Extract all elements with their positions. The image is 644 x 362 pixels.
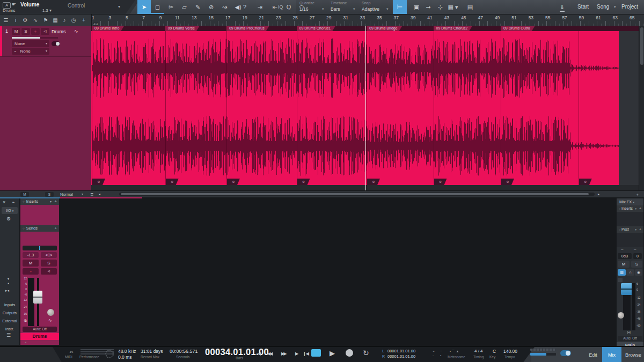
track-mute-button[interactable]: M: [12, 28, 20, 35]
main-mute-button[interactable]: M: [618, 261, 630, 268]
autoscroll-icon[interactable]: ⇥: [254, 0, 265, 14]
arrangement-area[interactable]: 09 Drums Intro09 Drums Verse09 Drums Pre…: [91, 26, 639, 190]
metronome-icons[interactable]: • ⌒ ▲: [450, 349, 459, 354]
section-marker[interactable]: 09 Drums Intro: [92, 26, 124, 31]
fast-forward-button[interactable]: ▶▶: [281, 351, 286, 356]
layers-icon[interactable]: ▦: [50, 14, 60, 26]
rail-item-instr[interactable]: Instr.: [0, 326, 19, 333]
automation-param-box[interactable]: A ☛ Volume Drums -1.3 ▾ Control ▾: [0, 0, 135, 14]
main-small-toggle[interactable]: [618, 278, 623, 282]
punch-icon[interactable]: ◦: [433, 354, 434, 357]
main-solo-button[interactable]: S: [631, 261, 642, 268]
track-volume-slider[interactable]: [12, 37, 58, 39]
start-button[interactable]: Start: [577, 0, 589, 14]
punch-icon[interactable]: ⌁: [433, 349, 435, 353]
track-wave-icon[interactable]: ∿: [74, 28, 78, 34]
channel-monitor-button[interactable]: ⊲: [41, 268, 57, 275]
track-io-dropdown[interactable]: None ▾: [12, 40, 49, 47]
channel-volume-value[interactable]: -1.3: [23, 252, 39, 258]
mute-tool-icon[interactable]: ⊘: [204, 0, 218, 14]
film-view-icon[interactable]: ▤: [463, 0, 478, 14]
inserts-body[interactable]: [20, 205, 59, 225]
song-button[interactable]: Song: [597, 0, 609, 14]
punch-icon[interactable]: −: [440, 349, 442, 352]
inspector-icon[interactable]: i: [11, 14, 20, 26]
loop-start-value[interactable]: 00001.01.01.00: [387, 349, 415, 353]
time-icon[interactable]: ◷: [69, 14, 78, 26]
note-icon[interactable]: ♪: [60, 14, 69, 26]
channel-name-label[interactable]: Drums: [20, 333, 59, 340]
next-bar-button[interactable]: ▶: [295, 351, 298, 356]
rail-item-inputs[interactable]: Inputs: [0, 301, 19, 308]
audio-event-waveform[interactable]: [91, 31, 619, 185]
footer-fwd-icon[interactable]: ▸: [598, 192, 599, 196]
main-volume-value[interactable]: 0dB: [618, 253, 632, 259]
play-button[interactable]: ▶: [330, 349, 335, 357]
quantize-action-icon[interactable]: Q: [283, 0, 294, 14]
main-automation-button[interactable]: Auto: Off: [618, 336, 642, 341]
track-name[interactable]: Drums: [52, 29, 66, 34]
param-caret-icon[interactable]: ▾: [118, 4, 120, 9]
grid-view-icon[interactable]: ▦ ▾: [445, 0, 460, 14]
setup-icon[interactable]: ⚙: [20, 14, 30, 26]
prev-bar-button[interactable]: ◀: [258, 351, 261, 356]
inserts-add-icon[interactable]: +: [55, 198, 57, 205]
expand-up-icon[interactable]: ▴: [8, 281, 9, 285]
mixfx-header[interactable]: Mix FX ▾: [617, 198, 643, 205]
stop-button[interactable]: [311, 349, 321, 357]
section-marker[interactable]: 09 Drums Verse: [165, 26, 200, 31]
section-marker[interactable]: 09 Drums Outro: [501, 26, 535, 31]
key-label[interactable]: Key: [489, 355, 495, 359]
inserts-header[interactable]: ○Inserts ▾ +: [20, 198, 59, 205]
record-button[interactable]: [346, 349, 353, 357]
timeline-ruler[interactable]: 1357911131517192123252729313335373941434…: [91, 14, 644, 26]
automation-mode-dropdown[interactable]: Normal: [60, 192, 73, 197]
channel-wave-icon[interactable]: ∿: [48, 318, 52, 323]
main-meter-mode-button[interactable]: ▥: [618, 269, 626, 276]
main-post-body[interactable]: [617, 233, 643, 247]
vertical-scrollbar-handle[interactable]: [640, 27, 643, 65]
track-record-button[interactable]: ●: [31, 28, 40, 35]
section-marker[interactable]: 09 Drums Chorus1: [297, 26, 336, 31]
main-inserts-header[interactable]: ○ Inserts ▾ +: [617, 205, 643, 212]
param-value[interactable]: -1.3 ▾: [41, 8, 52, 13]
tempo-label[interactable]: Tempo: [504, 355, 515, 359]
channel-solo-button[interactable]: S: [41, 260, 57, 267]
return-to-start-button[interactable]: ❙◀: [303, 351, 309, 356]
channel-pan-value[interactable]: <C>: [41, 252, 57, 258]
punch-icon[interactable]: ▪: [440, 354, 441, 357]
pan-slider[interactable]: [23, 246, 57, 250]
main-cue-knob[interactable]: [618, 312, 624, 319]
expand-down-icon[interactable]: ▾: [8, 277, 9, 280]
snap-toggle-button[interactable]: ⊢: [393, 0, 407, 14]
mix-view-button[interactable]: Mix: [602, 347, 621, 362]
inserts-caret-icon[interactable]: ▾: [50, 198, 52, 205]
fader-handle[interactable]: [33, 291, 42, 304]
loop-button[interactable]: ↻: [363, 349, 369, 357]
rail-item-outputs[interactable]: Outputs: [0, 309, 19, 316]
main-fader-handle[interactable]: [621, 283, 633, 295]
song-caret-icon[interactable]: ▾: [614, 0, 616, 14]
sends-add-icon[interactable]: +: [55, 225, 57, 232]
performance-label[interactable]: Performance: [79, 355, 99, 359]
snap-caret-icon[interactable]: ▾: [386, 7, 389, 11]
split-tool-icon[interactable]: ✂: [164, 0, 178, 14]
position-label[interactable]: Bars: [205, 356, 274, 360]
snap-value[interactable]: Adaptive: [362, 6, 379, 12]
inserts-power-icon[interactable]: ○: [23, 200, 25, 203]
mono-icon[interactable]: ⋈: [627, 330, 631, 335]
main-speaker-button[interactable]: ◉: [635, 269, 642, 276]
footer-solo-button[interactable]: S: [45, 192, 54, 197]
mode-caret-icon[interactable]: ▾: [82, 192, 83, 196]
loop-end-value[interactable]: 00001.01.01.00: [387, 354, 415, 359]
console-close-icon[interactable]: ×: [3, 200, 5, 205]
timebase-caret-icon[interactable]: ▾: [353, 7, 355, 11]
footer-back-icon[interactable]: ◂: [99, 192, 100, 196]
menu-icon[interactable]: ☰: [1, 14, 11, 26]
help-icon[interactable]: ?: [239, 0, 250, 14]
automation-icon[interactable]: ∿: [31, 14, 40, 26]
main-phones-button[interactable]: ∩: [626, 269, 634, 276]
iq-label[interactable]: IQ: [278, 0, 283, 14]
playhead[interactable]: [365, 26, 366, 190]
narrow-channels-icon[interactable]: ▸◂: [5, 289, 9, 293]
